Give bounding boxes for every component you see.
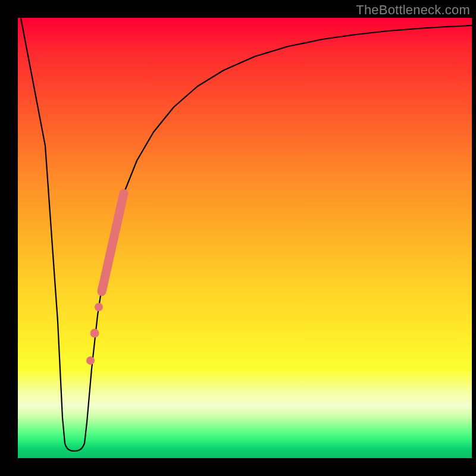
curve-layer <box>18 18 472 458</box>
bottleneck-curve <box>20 18 472 451</box>
watermark-text: TheBottleneck.com <box>356 2 470 18</box>
highlight-point <box>90 329 99 338</box>
highlight-point <box>95 303 103 311</box>
plot-area <box>18 18 472 458</box>
highlight-point <box>86 356 95 365</box>
chart-frame: TheBottleneck.com <box>0 0 476 476</box>
highlight-segment <box>102 193 124 292</box>
